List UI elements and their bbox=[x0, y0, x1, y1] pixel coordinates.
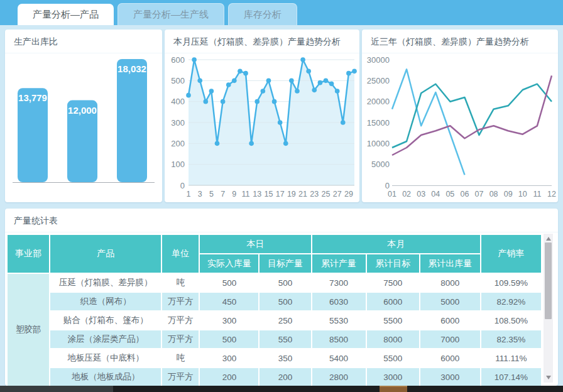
svg-text:23: 23 bbox=[310, 190, 319, 199]
col-header-division: 事业部 bbox=[7, 234, 50, 273]
dashboard-body: 生产出库比 13,77912,00018,032 本月压延（灯箱膜、差异膜）产量… bbox=[0, 25, 563, 386]
value-cell: 6030 bbox=[312, 292, 366, 311]
value-cell: 500 bbox=[259, 273, 311, 292]
dashboard-window: 产量分析—产品 产量分析—生产线 库存分析 生产出库比 13,77912,000… bbox=[0, 0, 563, 392]
table-row: 织造（网布）万平方45050060306000500082.92% bbox=[7, 292, 542, 311]
scroll-up-arrow-icon[interactable] bbox=[546, 237, 551, 241]
bar-chart[interactable]: 13,77912,00018,032 bbox=[5, 53, 162, 200]
svg-text:13: 13 bbox=[253, 190, 261, 199]
scroll-down-arrow-icon[interactable] bbox=[546, 376, 551, 379]
svg-text:30000: 30000 bbox=[367, 55, 390, 65]
svg-text:02: 02 bbox=[402, 190, 411, 199]
value-cell: 2800 bbox=[312, 368, 366, 386]
bottom-taskbar bbox=[0, 386, 563, 392]
svg-text:20000: 20000 bbox=[367, 97, 390, 106]
value-cell: 200 bbox=[259, 368, 311, 386]
col-header-cum-target: 累计目标 bbox=[366, 254, 420, 273]
col-group-today: 本日 bbox=[199, 234, 311, 254]
value-cell: 550 bbox=[259, 330, 311, 349]
value-cell: 8500 bbox=[312, 330, 366, 349]
svg-text:11: 11 bbox=[533, 190, 541, 199]
value-cell: 5000 bbox=[420, 292, 481, 311]
svg-text:0: 0 bbox=[180, 181, 185, 190]
svg-text:03: 03 bbox=[417, 190, 425, 199]
tab-production-by-product[interactable]: 产量分析—产品 bbox=[18, 4, 114, 25]
value-cell: 6000 bbox=[366, 292, 420, 311]
svg-text:10000: 10000 bbox=[367, 139, 390, 148]
svg-text:7: 7 bbox=[221, 190, 225, 199]
taskbar-segment bbox=[0, 386, 113, 392]
yearly-line-chart[interactable]: 0500010000150002000025000300000102030405… bbox=[362, 53, 558, 202]
table-row: 地板（地板成品）万平方200200280030003000107.14% bbox=[7, 368, 542, 386]
svg-text:17: 17 bbox=[276, 190, 285, 199]
value-cell: 万平方 bbox=[161, 292, 199, 311]
svg-text:08: 08 bbox=[489, 190, 498, 199]
value-cell: 吨 bbox=[161, 349, 199, 368]
table-row: 地板压延（中底料）吨300350540055006000111.11% bbox=[7, 349, 542, 368]
svg-text:400: 400 bbox=[171, 97, 185, 106]
panel-title: 近三年（灯箱膜、差异膜）产量趋势分析 bbox=[362, 30, 558, 53]
tab-inventory-analysis[interactable]: 库存分析 bbox=[228, 3, 297, 25]
svg-text:29: 29 bbox=[344, 190, 353, 199]
value-cell: 3000 bbox=[366, 368, 420, 386]
value-cell: 300 bbox=[199, 349, 259, 368]
value-cell: 万平方 bbox=[161, 311, 199, 330]
product-cell: 地板（地板成品） bbox=[50, 368, 161, 386]
value-cell: 3000 bbox=[420, 368, 481, 386]
value-cell: 7500 bbox=[366, 273, 420, 292]
panel-title: 生产出库比 bbox=[5, 30, 162, 53]
svg-text:06: 06 bbox=[461, 190, 469, 199]
table-area: 事业部 产品 单位 本日 本月 产销率 实际入库量 目标产量 累计产量 累计目标 bbox=[6, 234, 553, 386]
tab-bar: 产量分析—产品 产量分析—生产线 库存分析 bbox=[0, 0, 563, 25]
value-cell: 108.50% bbox=[481, 311, 542, 330]
value-cell: 5500 bbox=[366, 349, 420, 368]
value-cell: 111.11% bbox=[481, 349, 542, 368]
svg-text:25: 25 bbox=[322, 190, 331, 199]
product-cell: 贴合（灯箱布、篷布） bbox=[50, 311, 161, 330]
value-cell: 7000 bbox=[420, 330, 481, 349]
svg-text:12,000: 12,000 bbox=[68, 105, 97, 116]
value-cell: 109.59% bbox=[481, 273, 542, 292]
taskbar-segment bbox=[380, 386, 407, 392]
svg-text:15: 15 bbox=[264, 190, 273, 199]
value-cell: 6000 bbox=[420, 349, 481, 368]
product-cell: 织造（网布） bbox=[50, 292, 161, 311]
value-cell: 万平方 bbox=[161, 330, 199, 349]
value-cell: 350 bbox=[259, 349, 311, 368]
value-cell: 万平方 bbox=[161, 368, 199, 386]
col-header-product: 产品 bbox=[50, 234, 161, 273]
value-cell: 500 bbox=[199, 273, 259, 292]
svg-text:09: 09 bbox=[504, 190, 513, 199]
panel-monthly-trend: 本月压延（灯箱膜、差异膜）产量趋势分析 01002003004005006001… bbox=[165, 30, 359, 202]
daily-line-chart[interactable]: 0100200300400500600135791113151719212325… bbox=[165, 53, 359, 202]
svg-text:05: 05 bbox=[445, 190, 454, 199]
vertical-scrollbar[interactable] bbox=[544, 234, 553, 383]
value-cell: 250 bbox=[259, 311, 311, 330]
svg-text:300: 300 bbox=[171, 118, 185, 128]
svg-text:19: 19 bbox=[287, 190, 296, 199]
svg-text:3: 3 bbox=[198, 190, 202, 199]
value-cell: 200 bbox=[199, 368, 259, 386]
charts-row: 生产出库比 13,77912,00018,032 本月压延（灯箱膜、差异膜）产量… bbox=[5, 30, 558, 202]
svg-text:600: 600 bbox=[171, 55, 185, 65]
svg-text:27: 27 bbox=[333, 190, 342, 199]
col-header-cum-output: 累计产量 bbox=[312, 254, 366, 273]
division-cell: 塑胶部 bbox=[7, 273, 50, 386]
svg-text:100: 100 bbox=[171, 160, 185, 169]
scrollbar-thumb[interactable] bbox=[545, 242, 552, 319]
value-cell: 吨 bbox=[161, 273, 199, 292]
svg-text:07: 07 bbox=[475, 190, 484, 199]
value-cell: 8000 bbox=[420, 273, 481, 292]
value-cell: 5530 bbox=[312, 311, 366, 330]
panel-title: 本月压延（灯箱膜、差异膜）产量趋势分析 bbox=[165, 30, 359, 53]
production-stats-table: 事业部 产品 单位 本日 本月 产销率 实际入库量 目标产量 累计产量 累计目标 bbox=[6, 234, 542, 386]
value-cell: 6000 bbox=[420, 311, 481, 330]
value-cell: 5500 bbox=[366, 311, 420, 330]
svg-text:25000: 25000 bbox=[367, 76, 390, 85]
svg-text:500: 500 bbox=[171, 76, 185, 85]
tab-production-by-line[interactable]: 产量分析—生产线 bbox=[118, 3, 224, 25]
panel-production-outbound-ratio: 生产出库比 13,77912,00018,032 bbox=[5, 30, 162, 202]
svg-text:01: 01 bbox=[388, 190, 396, 199]
svg-text:10: 10 bbox=[518, 190, 527, 199]
svg-text:9: 9 bbox=[232, 190, 236, 199]
